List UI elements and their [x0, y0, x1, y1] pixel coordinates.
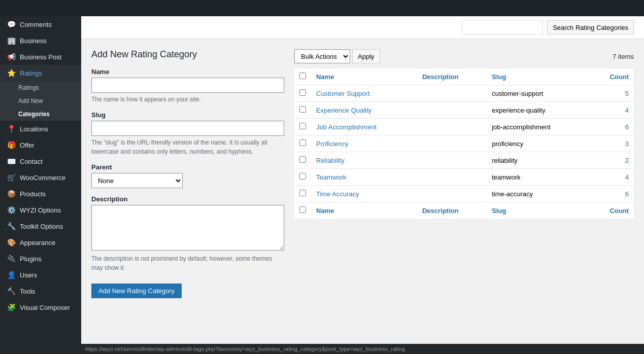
- sidebar-item-comments[interactable]: 💬Comments: [0, 16, 81, 32]
- offer-icon: 🎁: [7, 141, 16, 149]
- parent-group: Parent None: [91, 163, 284, 188]
- bulk-actions-select[interactable]: Bulk Actions: [294, 49, 350, 63]
- sidebar-item-plugins[interactable]: 🔌Plugins: [0, 251, 81, 267]
- toolkit-options-icon: 🔧: [7, 222, 16, 230]
- apply-button[interactable]: Apply: [352, 49, 380, 63]
- row-count-cell: 6: [590, 186, 634, 202]
- row-description-cell: [417, 186, 487, 202]
- footer-col-count[interactable]: Count: [590, 202, 634, 219]
- status-url: https://wyzi.net/servicefinder/wp-admin/…: [85, 346, 405, 352]
- sidebar-label-business: Business: [20, 37, 47, 45]
- sidebar-sub-ratings[interactable]: Ratings: [0, 81, 81, 94]
- row-name-cell: Reliability: [311, 152, 417, 169]
- sidebar-item-locations[interactable]: 📍Locations: [0, 121, 81, 137]
- status-bar: https://wyzi.net/servicefinder/wp-admin/…: [81, 344, 644, 354]
- search-input[interactable]: [462, 20, 543, 34]
- name-input[interactable]: [91, 78, 284, 93]
- col-slug[interactable]: Slug: [487, 68, 590, 85]
- parent-select[interactable]: None: [91, 173, 183, 188]
- col-name[interactable]: Name: [311, 68, 417, 85]
- description-label: Description: [91, 195, 284, 203]
- table-row: Reliability reliability 2: [294, 152, 634, 169]
- form-title: Add New Rating Category: [91, 49, 284, 60]
- sidebar-label-comments: Comments: [20, 21, 52, 28]
- row-name-link[interactable]: Proficiency: [316, 140, 349, 148]
- sidebar-item-business[interactable]: 🏢Business: [0, 32, 81, 49]
- footer-col-name[interactable]: Name: [311, 202, 417, 219]
- sidebar-item-visual-composer[interactable]: 🧩Visual Composer: [0, 299, 81, 315]
- products-icon: 📦: [7, 190, 16, 198]
- sidebar-label-visual-composer: Visual Composer: [20, 304, 70, 311]
- row-count-cell: 4: [590, 102, 634, 119]
- business-post-icon: 📢: [7, 53, 16, 61]
- sidebar-label-products: Products: [20, 190, 46, 198]
- description-group: Description The description is not promi…: [91, 195, 284, 272]
- sidebar-label-toolkit-options: Toolkit Options: [20, 223, 63, 230]
- row-checkbox[interactable]: [299, 139, 306, 146]
- parent-label: Parent: [91, 163, 284, 171]
- locations-icon: 📍: [7, 125, 16, 133]
- row-count-cell: 5: [590, 85, 634, 102]
- sidebar: 💬Comments🏢Business📢Business Post⭐Ratings…: [0, 16, 81, 354]
- row-name-cell: Job Accomplishment: [311, 119, 417, 135]
- row-name-link[interactable]: Reliability: [316, 157, 345, 164]
- sidebar-sub-add-new[interactable]: Add New: [0, 94, 81, 108]
- row-name-link[interactable]: Customer Support: [316, 90, 370, 97]
- row-description-cell: [417, 85, 487, 102]
- col-description[interactable]: Description: [417, 68, 487, 85]
- table-row: Experience Quality experience-quality 4: [294, 102, 634, 119]
- sidebar-item-ratings[interactable]: ⭐Ratings: [0, 65, 81, 81]
- name-label: Name: [91, 68, 284, 76]
- woocommerce-icon: 🛒: [7, 173, 16, 182]
- sidebar-label-wyzi-options: WYZI Options: [20, 206, 61, 214]
- search-button[interactable]: Search Rating Categories: [547, 20, 634, 34]
- sidebar-item-toolkit-options[interactable]: 🔧Toolkit Options: [0, 218, 81, 234]
- sidebar-item-woocommerce[interactable]: 🛒WooCommerce: [0, 169, 81, 186]
- table-foot: Name Description Slug Count: [294, 202, 634, 219]
- slug-group: Slug The "slug" is the URL-friendly vers…: [91, 111, 284, 156]
- submit-button[interactable]: Add New Rating Category: [91, 284, 182, 298]
- sidebar-item-products[interactable]: 📦Products: [0, 186, 81, 202]
- visual-composer-icon: 🧩: [7, 303, 16, 311]
- sidebar-item-offer[interactable]: 🎁Offer: [0, 137, 81, 153]
- sidebar-item-users[interactable]: 👤Users: [0, 267, 81, 283]
- row-checkbox[interactable]: [299, 156, 306, 163]
- description-textarea[interactable]: [91, 205, 284, 251]
- footer-col-slug[interactable]: Slug: [487, 202, 590, 219]
- footer-select-all-checkbox[interactable]: [299, 206, 306, 213]
- row-description-cell: [417, 169, 487, 186]
- sidebar-item-business-post[interactable]: 📢Business Post: [0, 49, 81, 65]
- sidebar-item-appearance[interactable]: 🎨Appearance: [0, 234, 81, 251]
- slug-input[interactable]: [91, 121, 284, 136]
- row-name-link[interactable]: Job Accomplishment: [316, 123, 377, 131]
- select-all-checkbox[interactable]: [299, 73, 306, 79]
- sidebar-label-plugins: Plugins: [20, 255, 42, 263]
- sidebar-item-wyzi-options[interactable]: ⚙️WYZI Options: [0, 202, 81, 218]
- description-hint: The description is not prominent by defa…: [91, 254, 284, 272]
- sidebar-sub-categories[interactable]: Categories: [0, 108, 81, 121]
- ratings-icon: ⭐: [7, 69, 16, 77]
- sidebar-item-contact[interactable]: ✉️Contact: [0, 153, 81, 169]
- footer-col-description[interactable]: Description: [417, 202, 487, 219]
- table-toolbar: Bulk Actions Apply 7 items: [294, 49, 634, 63]
- name-group: Name The name is how it appears on your …: [91, 68, 284, 104]
- row-checkbox[interactable]: [299, 173, 306, 180]
- row-name-link[interactable]: Experience Quality: [316, 107, 371, 114]
- table-header-row: Name Description Slug Count: [294, 68, 634, 85]
- row-checkbox[interactable]: [299, 123, 306, 129]
- row-checkbox[interactable]: [299, 89, 306, 96]
- row-slug-cell: time-accuracy: [487, 186, 590, 202]
- row-name-link[interactable]: Time Accuracy: [316, 190, 359, 198]
- row-checkbox[interactable]: [299, 106, 306, 113]
- footer-checkbox-cell: [294, 202, 311, 219]
- wyzi-options-icon: ⚙️: [7, 206, 16, 214]
- sidebar-item-tools[interactable]: 🔨Tools: [0, 283, 81, 299]
- row-name-link[interactable]: Teamwork: [316, 173, 346, 181]
- sidebar-label-locations: Locations: [20, 125, 48, 133]
- table-panel: Bulk Actions Apply 7 items Name: [294, 49, 634, 334]
- data-table: Name Description Slug Count Customer Sup…: [294, 68, 634, 219]
- row-checkbox[interactable]: [299, 190, 306, 196]
- comments-icon: 💬: [7, 20, 16, 28]
- business-icon: 🏢: [7, 37, 16, 45]
- col-count[interactable]: Count: [590, 68, 634, 85]
